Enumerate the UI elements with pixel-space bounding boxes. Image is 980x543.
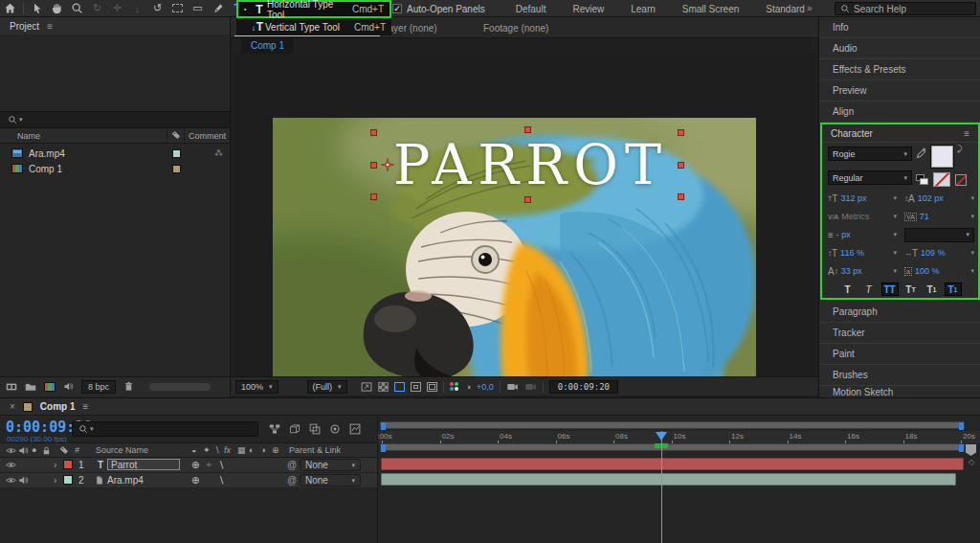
time-ruler[interactable]: 0:00s02s04s06s08s10s12s14s16s18s20s — [378, 431, 980, 443]
horizontal-scale-field[interactable]: ↔T109 %▾ — [904, 246, 974, 260]
baseline-shift-field[interactable]: A↕33 px▾ — [828, 264, 897, 278]
project-columns-header[interactable]: Name Comment — [0, 128, 230, 144]
faux-italic-button[interactable]: T — [860, 283, 878, 296]
show-snapshot-icon[interactable] — [524, 381, 537, 393]
magnification-select[interactable]: 100%▾ — [235, 380, 278, 394]
panel-tab-paragraph[interactable]: Paragraph — [819, 302, 980, 323]
panel-menu-icon[interactable]: ≡ — [47, 21, 53, 32]
stroke-color-swatch[interactable] — [933, 172, 950, 187]
work-area-bar[interactable] — [380, 443, 965, 451]
menu-item-vertical-type-tool[interactable]: ↓T Vertical Type Tool Cmd+T — [236, 18, 391, 35]
adjustment-switch-icon[interactable]: ◑ — [260, 445, 265, 455]
eye-icon[interactable] — [6, 475, 16, 486]
panel-divider[interactable] — [818, 17, 819, 397]
motion-blur-switch-icon[interactable]: ◐ — [249, 445, 254, 455]
selection-handle[interactable] — [678, 193, 684, 200]
pickwhip-icon[interactable]: @ — [287, 460, 297, 470]
exposure-reset-icon[interactable]: ◑ — [466, 382, 471, 392]
font-family-select[interactable]: Rogie▾ — [828, 147, 912, 161]
panel-tab-effects-presets[interactable]: Effects & Presets — [819, 59, 980, 80]
preview-timecode[interactable]: 0:00:09:20 — [549, 380, 618, 394]
kerning-field[interactable]: V/AMetrics▾ — [828, 210, 897, 223]
video-column-icon[interactable] — [6, 445, 16, 456]
column-comment[interactable]: Comment — [189, 131, 226, 141]
layer-row-parrot[interactable]: › 1 T Parrot ⊕ ✦ ∖ @ None▾ — [0, 458, 377, 473]
workspace-review[interactable]: Review — [559, 4, 617, 14]
timeline-search-input[interactable]: ▾ — [72, 421, 258, 437]
transparency-grid-icon[interactable] — [378, 382, 389, 392]
label-swatch[interactable] — [172, 149, 181, 158]
label-column-icon[interactable] — [59, 445, 69, 455]
selection-handle[interactable] — [678, 162, 684, 169]
stroke-style-select[interactable]: ▾ — [904, 228, 974, 241]
twirl-chevron-icon[interactable]: › — [54, 475, 56, 486]
no-color-swatch[interactable] — [955, 174, 967, 186]
stroke-width-field[interactable]: ≡- px▾ — [828, 228, 897, 241]
text-layer-bounding-box[interactable]: PARROT — [373, 132, 681, 197]
time-navigator-bar[interactable] — [380, 421, 965, 429]
layer-label-swatch[interactable] — [63, 475, 73, 485]
dolly-tool-icon[interactable]: ↓ — [127, 1, 147, 16]
project-search-input[interactable]: ▾ — [0, 111, 230, 128]
panel-tab-tracker[interactable]: Tracker — [819, 323, 980, 344]
zoom-tool-icon[interactable] — [67, 1, 87, 16]
swap-fill-stroke-icon[interactable]: ⤸ — [957, 144, 962, 154]
new-composition-icon[interactable] — [44, 382, 56, 392]
panel-tab-info[interactable]: Info — [819, 17, 980, 38]
layer-row-ara[interactable]: › 2 Ara.mp4 ⊕ ∖ @ None▾ — [0, 473, 377, 488]
leading-field[interactable]: ↕A102 px▾ — [904, 192, 974, 205]
camera-tool-icon[interactable] — [167, 1, 188, 16]
roi-icon[interactable] — [394, 382, 405, 392]
font-size-field[interactable]: TT312 px▾ — [828, 192, 897, 205]
comp-tab[interactable]: Comp 1 — [241, 38, 294, 54]
quality-slash-switch[interactable]: ∖ — [218, 475, 224, 486]
panel-tab-paint[interactable]: Paint — [819, 344, 980, 365]
horizontal-scrollbar[interactable] — [149, 383, 211, 391]
lock-column-icon[interactable] — [41, 445, 52, 456]
selection-handle[interactable] — [370, 129, 377, 136]
panel-tab-motion-sketch[interactable]: Motion Sketch — [819, 386, 980, 397]
project-item-name[interactable]: Comp 1 — [29, 164, 62, 174]
faux-bold-button[interactable]: T — [839, 283, 857, 296]
workspace-default[interactable]: Default — [502, 4, 560, 14]
parent-select[interactable]: None▾ — [300, 459, 361, 471]
quality-switch[interactable]: ⊕ — [191, 475, 199, 486]
mini-flowchart-icon[interactable] — [269, 423, 280, 435]
orbit-tool-icon[interactable]: ↻ — [87, 1, 107, 16]
interpret-footage-icon[interactable] — [6, 381, 17, 393]
layer-name-edit[interactable]: Parrot — [107, 459, 180, 470]
home-icon[interactable] — [0, 1, 20, 16]
graph-editor-icon[interactable] — [349, 423, 361, 435]
all-caps-button[interactable]: TT — [881, 283, 899, 296]
menu-item-horizontal-type-tool[interactable]: ▪ T Horizontal Type Tool Cmd+T — [236, 0, 391, 18]
composition-canvas[interactable]: PARROT — [230, 54, 818, 376]
mask-visibility-icon[interactable] — [411, 382, 421, 392]
shy-switch-icon[interactable]: ◒ — [191, 445, 196, 455]
project-panel-header[interactable]: Project ≡ — [0, 17, 230, 34]
label-swatch[interactable] — [172, 165, 181, 173]
selection-handle[interactable] — [370, 193, 377, 200]
fill-color-swatch[interactable] — [931, 146, 953, 168]
text-layer-content[interactable]: PARROT — [387, 138, 668, 192]
rotate-tool-icon[interactable]: ↺ — [147, 1, 167, 16]
layer-label-swatch[interactable] — [63, 460, 73, 469]
close-icon[interactable]: × — [10, 401, 15, 412]
superscript-button[interactable]: T1 — [924, 283, 941, 296]
workspace-small-screen[interactable]: Small Screen — [669, 4, 752, 14]
threed-switch-icon[interactable]: ⊕ — [272, 445, 279, 455]
selection-handle[interactable] — [370, 162, 377, 169]
selection-handle[interactable] — [524, 126, 531, 133]
column-name[interactable]: Name — [17, 131, 40, 141]
trash-icon[interactable] — [123, 381, 134, 392]
comp-marker-bin-icon[interactable] — [966, 444, 976, 456]
exposure-value[interactable]: +0,0 — [477, 382, 494, 392]
timeline-tab-label[interactable]: Comp 1 — [40, 401, 76, 412]
frame-blend-switch-icon[interactable]: ▦ — [237, 445, 246, 455]
hand-tool-icon[interactable] — [47, 1, 67, 16]
parent-select[interactable]: None▾ — [300, 474, 361, 486]
effects-switch[interactable]: ✦ — [205, 460, 212, 470]
font-style-select[interactable]: Regular▾ — [828, 170, 912, 185]
label-column-icon[interactable] — [171, 130, 181, 140]
panel-menu-icon[interactable]: ≡ — [83, 401, 89, 412]
speaker-icon[interactable] — [18, 475, 29, 486]
